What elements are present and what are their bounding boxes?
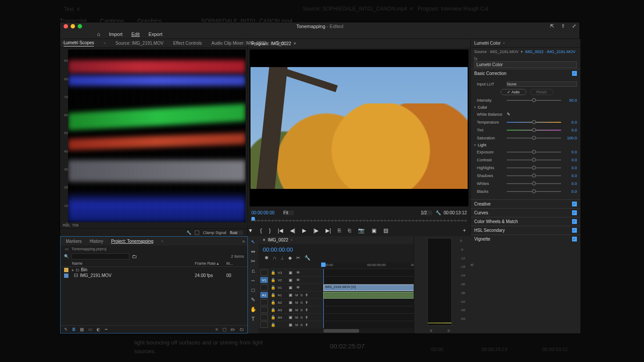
magnet-icon[interactable]: ∩ — [273, 255, 276, 261]
slip-tool[interactable]: ↔ — [250, 277, 256, 284]
whites-value[interactable]: 0.0 — [564, 181, 577, 186]
icon-view-icon[interactable]: ▦ — [80, 327, 84, 332]
list-view-icon[interactable]: ≣ — [72, 327, 75, 332]
tabs-overflow-icon[interactable]: » — [293, 41, 296, 46]
extract-button[interactable]: ⎗ — [348, 227, 351, 234]
tab-lumetri-scopes[interactable]: Lumetri Scopes — [64, 40, 94, 46]
solo-right[interactable]: S — [447, 329, 450, 333]
auto-button[interactable]: ✓ Auto — [501, 89, 526, 95]
temperature-value[interactable]: 0.0 — [564, 120, 577, 124]
freeform-view-icon[interactable]: ▭ — [88, 327, 92, 332]
track-area[interactable]: IMG_2191.MOV [V] — [323, 269, 414, 328]
exposure-slider[interactable] — [507, 152, 561, 153]
col-name[interactable]: Name — [72, 261, 195, 266]
selection-tool[interactable]: ↖ — [251, 239, 255, 245]
sequence-tab[interactable]: IMG_0022 — [268, 238, 288, 242]
contrast-value[interactable]: 0.0 — [564, 158, 577, 162]
hand-tool[interactable]: ✋ — [250, 306, 257, 312]
section-curves[interactable]: Curves✓ — [471, 209, 580, 217]
track-select-tool[interactable]: ⇔ — [251, 248, 255, 255]
close-button[interactable] — [64, 24, 68, 28]
go-to-out-button[interactable]: ▶| — [326, 227, 331, 234]
saturation-value[interactable]: 100.0 — [564, 136, 577, 140]
add-marker-button[interactable]: ▼ — [248, 227, 253, 234]
folder-icon[interactable]: 🗀 — [132, 254, 137, 259]
wrench-icon[interactable]: 🔧 — [186, 231, 191, 235]
section-color-wheels[interactable]: Color Wheels & Match✓ — [471, 217, 580, 226]
pen-tool[interactable]: ✎ — [251, 297, 255, 303]
v1-source-patch[interactable]: V1 — [260, 277, 268, 283]
program-viewer[interactable] — [250, 50, 469, 206]
play-button[interactable]: ▶ — [302, 227, 306, 234]
minimize-button[interactable] — [71, 24, 75, 28]
step-back-button[interactable]: ◀| — [290, 227, 295, 234]
timeline-zoom-scroll[interactable] — [323, 328, 414, 334]
fullscreen-icon[interactable]: ⤢ — [572, 23, 576, 29]
program-tc[interactable]: 00:00:00:00 — [251, 210, 275, 215]
color-subsection[interactable]: Color — [474, 105, 577, 110]
razor-tl-icon[interactable]: ✂ — [296, 255, 300, 261]
quick-export-icon[interactable]: ⇱ — [550, 23, 554, 29]
basic-enable-checkbox[interactable]: ✓ — [572, 71, 577, 76]
tab-effect-controls[interactable]: Effect Controls — [173, 41, 202, 46]
go-to-in-button[interactable]: |◀ — [278, 227, 283, 234]
highlights-value[interactable]: 0.0 — [564, 166, 577, 170]
section-creative[interactable]: Creative✓ — [471, 200, 580, 208]
section-vignette[interactable]: Vignette✓ — [471, 235, 580, 243]
clamp-checkbox[interactable] — [195, 231, 199, 235]
tab-source[interactable]: Source: IMG_2191.MOV — [115, 41, 164, 46]
lumetri-effect-select[interactable]: Lumetri Color — [474, 61, 577, 68]
project-row-bin[interactable]: ▸ 🗀Bin — [61, 267, 247, 273]
program-scrubber[interactable] — [251, 217, 467, 225]
workspace-export[interactable]: Export — [148, 32, 162, 37]
tab-audio-mixer[interactable]: Audio Clip Mixer: IMG_0022 — [211, 41, 266, 46]
tab-markers[interactable]: Markers — [66, 239, 82, 244]
new-item-icon[interactable]: ▢ — [222, 327, 226, 332]
reset-button[interactable]: Reset — [530, 89, 554, 95]
section-hsl[interactable]: HSL Secondary✓ — [471, 226, 580, 234]
razor-tool[interactable]: ⎌ — [252, 268, 255, 274]
settings-icon[interactable]: 🔧 — [436, 210, 441, 215]
new-bin-icon[interactable]: 🗁 — [231, 327, 235, 332]
wrench-tl-icon[interactable]: 🔧 — [304, 255, 311, 261]
saturation-slider[interactable] — [507, 138, 561, 138]
snap-icon[interactable]: ✱ — [265, 255, 268, 261]
whites-slider[interactable] — [507, 183, 561, 184]
timeline-ruler[interactable]: :00:00 00:00:05:00 00:00:10:00 00:00:15:… — [323, 263, 414, 269]
workspace-import[interactable]: Import — [109, 32, 122, 37]
blacks-value[interactable]: 0.0 — [564, 189, 577, 194]
fit-select[interactable]: Fit — [283, 210, 294, 215]
zoom-track-icon[interactable]: ━ — [105, 327, 107, 332]
temperature-slider[interactable] — [507, 122, 561, 123]
mark-out-button[interactable]: } — [269, 227, 271, 234]
share-icon[interactable]: ⇪ — [561, 23, 565, 29]
shadows-value[interactable]: 0.0 — [564, 174, 577, 178]
timeline-tc[interactable]: 00:00:00:00 — [263, 246, 293, 253]
trash-icon[interactable]: 🗀 — [240, 327, 244, 332]
col-framerate[interactable]: Frame Rate ▴ — [195, 261, 226, 266]
home-icon[interactable]: ⌂ — [97, 31, 100, 37]
intensity-slider[interactable] — [507, 100, 561, 101]
zoom-button[interactable] — [78, 24, 82, 28]
export-frame-button[interactable]: 📷 — [358, 227, 365, 234]
solo-left[interactable]: S — [430, 329, 432, 333]
tab-lumetri-color[interactable]: Lumetri Color — [474, 41, 501, 46]
ripple-tool[interactable]: ✂ — [251, 258, 255, 264]
tint-value[interactable]: 0.0 — [564, 128, 577, 132]
shadows-slider[interactable] — [507, 175, 561, 176]
zoom-select[interactable]: 1/2 — [421, 210, 432, 215]
workspace-edit[interactable]: Edit — [131, 32, 140, 37]
intensity-value[interactable]: 50.0 — [564, 98, 577, 103]
col-media[interactable]: M... — [226, 261, 244, 266]
tab-project[interactable]: Project: Tonemapping — [111, 239, 154, 244]
highlights-slider[interactable] — [507, 167, 561, 168]
section-basic-correction[interactable]: Basic Correction✓ — [471, 69, 580, 78]
tab-history[interactable]: History — [89, 239, 103, 244]
sort-icon[interactable]: ≡ — [215, 327, 218, 332]
tint-slider[interactable] — [507, 130, 561, 131]
type-tool[interactable]: T — [251, 316, 254, 322]
contrast-slider[interactable] — [507, 160, 561, 160]
compare-button[interactable]: ▣ — [372, 227, 376, 234]
project-tabs-overflow-icon[interactable]: » — [242, 239, 245, 244]
eyedropper-icon[interactable]: ✎ — [507, 112, 512, 117]
